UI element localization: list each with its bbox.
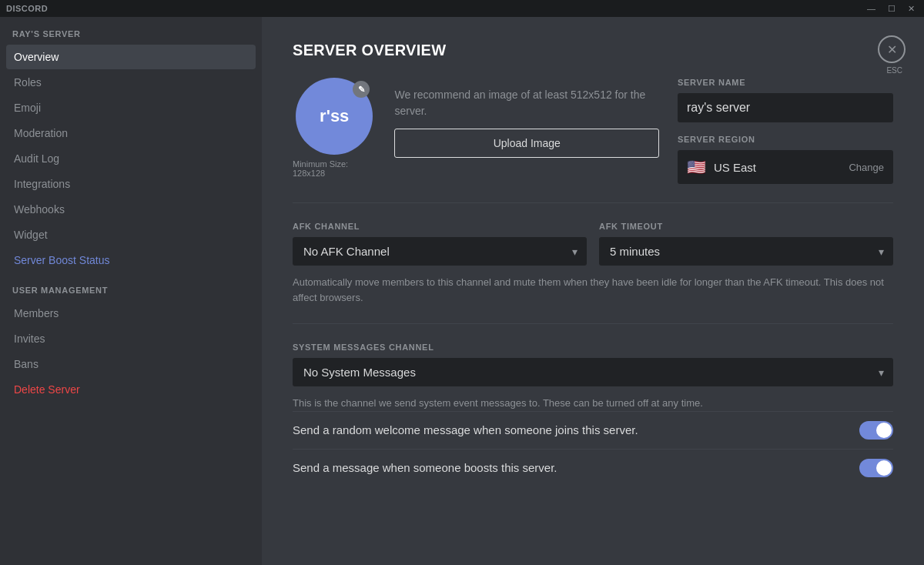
system-messages-select-wrapper: No System Messages xyxy=(293,358,893,386)
server-region-selector[interactable]: 🇺🇸 US East Change xyxy=(678,150,893,184)
sidebar-item-integrations[interactable]: Integrations xyxy=(6,172,256,196)
toggle-row-2: Send a message when someone boosts this … xyxy=(293,449,893,486)
server-name-input[interactable] xyxy=(678,93,893,122)
afk-channel-select-wrapper: No AFK Channel xyxy=(293,237,587,266)
system-messages-channel-label: SYSTEM MESSAGES CHANNEL xyxy=(293,343,893,352)
afk-timeout-select-wrapper: 5 minutes xyxy=(599,237,893,266)
min-size-label: Minimum Size: 128x128 xyxy=(293,159,376,178)
server-name-area: SERVER NAME SERVER REGION 🇺🇸 US East Cha… xyxy=(678,78,893,184)
sidebar-item-webhooks[interactable]: Webhooks xyxy=(6,197,256,222)
toggle-2-label: Send a message when someone boosts this … xyxy=(293,461,847,474)
divider-2 xyxy=(293,323,893,324)
sidebar-item-roles[interactable]: Roles xyxy=(6,70,256,95)
overview-top: r'ss ✎ Minimum Size: 128x128 We recommen… xyxy=(293,78,893,184)
toggle-row-1: Send a random welcome message when someo… xyxy=(293,411,893,449)
boost-message-toggle[interactable] xyxy=(859,459,893,477)
close-button[interactable]: ✕ xyxy=(878,35,906,63)
esc-label: ESC xyxy=(886,66,902,75)
server-region-label: SERVER REGION xyxy=(678,135,893,144)
server-name-label: SERVER NAME xyxy=(678,78,893,87)
afk-channel-select[interactable]: No AFK Channel xyxy=(293,237,587,266)
server-avatar[interactable]: r'ss ✎ xyxy=(296,78,373,155)
region-name: US East xyxy=(714,161,756,174)
sidebar-item-audit-log[interactable]: Audit Log xyxy=(6,146,256,171)
avatar-area: r'ss ✎ Minimum Size: 128x128 xyxy=(293,78,376,178)
sidebar-item-overview[interactable]: Overview xyxy=(6,45,256,69)
sidebar: RAY'S SERVER Overview Roles Emoji Modera… xyxy=(0,17,262,565)
maximize-button[interactable]: ☐ xyxy=(885,2,899,15)
window-controls: — ☐ ✕ xyxy=(864,2,918,15)
sidebar-item-delete-server[interactable]: Delete Server xyxy=(6,377,256,402)
avatar-edit-icon: ✎ xyxy=(353,81,370,98)
sidebar-item-boost[interactable]: Server Boost Status xyxy=(6,248,256,272)
afk-channel-field: AFK CHANNEL No AFK Channel xyxy=(293,222,587,266)
afk-description: Automatically move members to this chann… xyxy=(293,275,893,305)
user-management-label: USER MANAGEMENT xyxy=(6,273,256,301)
afk-timeout-select[interactable]: 5 minutes xyxy=(599,237,893,266)
titlebar: DISCORD — ☐ ✕ xyxy=(0,0,924,17)
window-close-button[interactable]: ✕ xyxy=(905,2,918,15)
sidebar-item-bans[interactable]: Bans xyxy=(6,352,256,376)
region-left: 🇺🇸 US East xyxy=(687,158,756,176)
afk-timeout-field: AFK TIMEOUT 5 minutes xyxy=(599,222,893,266)
sidebar-item-members[interactable]: Members xyxy=(6,301,256,326)
sidebar-item-emoji[interactable]: Emoji xyxy=(6,95,256,120)
system-messages-description: This is the channel we send system event… xyxy=(293,396,893,411)
section-title: SERVER OVERVIEW xyxy=(293,42,893,59)
sidebar-server-name: RAY'S SERVER xyxy=(6,29,256,45)
system-messages-select[interactable]: No System Messages xyxy=(293,358,893,386)
app-title: DISCORD xyxy=(6,4,48,13)
afk-channel-label: AFK CHANNEL xyxy=(293,222,587,231)
sidebar-item-widget[interactable]: Widget xyxy=(6,222,256,247)
upload-area: We recommend an image of at least 512x51… xyxy=(394,78,659,158)
sidebar-item-invites[interactable]: Invites xyxy=(6,326,256,351)
change-region-button[interactable]: Change xyxy=(849,162,884,173)
main-layout: RAY'S SERVER Overview Roles Emoji Modera… xyxy=(0,17,924,565)
system-messages-section: SYSTEM MESSAGES CHANNEL No System Messag… xyxy=(293,343,893,411)
region-flag: 🇺🇸 xyxy=(687,158,706,176)
sidebar-item-moderation[interactable]: Moderation xyxy=(6,121,256,145)
recommend-text: We recommend an image of at least 512x51… xyxy=(394,87,659,119)
toggle-1-label: Send a random welcome message when someo… xyxy=(293,423,847,436)
afk-timeout-label: AFK TIMEOUT xyxy=(599,222,893,231)
upload-image-button[interactable]: Upload Image xyxy=(394,129,659,158)
content-area: ✕ ESC SERVER OVERVIEW r'ss ✎ Minimum Siz… xyxy=(262,17,924,565)
minimize-button[interactable]: — xyxy=(864,2,879,15)
divider-1 xyxy=(293,202,893,203)
welcome-message-toggle[interactable] xyxy=(859,421,893,440)
afk-row: AFK CHANNEL No AFK Channel AFK TIMEOUT 5… xyxy=(293,222,893,266)
